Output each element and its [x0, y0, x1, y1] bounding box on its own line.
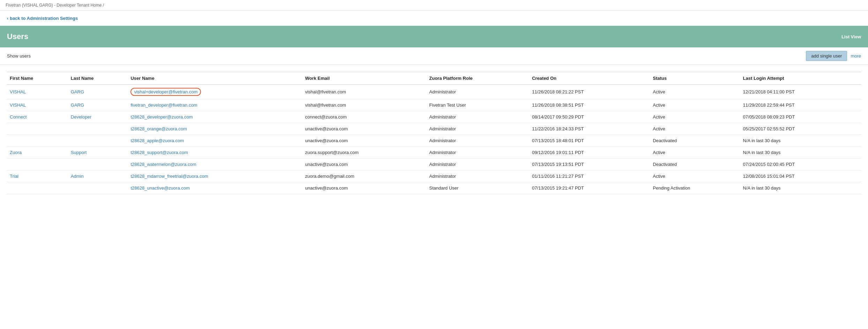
- last-name-cell[interactable]: GARG: [68, 99, 128, 111]
- created-on-cell: 11/26/2018 08:38:51 PST: [529, 99, 650, 111]
- last-name-link[interactable]: Developer: [71, 114, 91, 120]
- work-email-cell: vishal@fivetran.com: [302, 99, 426, 111]
- column-header-last-name: Last Name: [68, 72, 128, 85]
- created-on-cell: 08/14/2017 09:50:29 PDT: [529, 111, 650, 123]
- work-email-cell: zuora.support@zuora.com: [302, 147, 426, 159]
- last-name-cell: [68, 135, 128, 147]
- first-name-cell: [7, 135, 68, 147]
- username-cell[interactable]: vishal+developer@fivetran.com: [128, 85, 302, 99]
- first-name-cell: [7, 182, 68, 194]
- status-cell: Active: [650, 111, 740, 123]
- first-name-cell[interactable]: VISHAL: [7, 99, 68, 111]
- breadcrumb-text: Fivetran (VISHAL GARG) - Developer Tenan…: [6, 3, 104, 8]
- first-name-link[interactable]: Trial: [10, 174, 18, 179]
- first-name-cell: [7, 159, 68, 170]
- first-name-link[interactable]: VISHAL: [10, 89, 26, 94]
- last-name-link[interactable]: GARG: [71, 102, 84, 108]
- work-email-cell: unactive@zuora.com: [302, 182, 426, 194]
- status-cell: Active: [650, 170, 740, 182]
- last-name-cell[interactable]: Developer: [68, 111, 128, 123]
- users-table-container: First NameLast NameUser NameWork EmailZu…: [0, 65, 868, 194]
- back-to-admin-link[interactable]: back to Administration Settings: [7, 16, 78, 21]
- breadcrumb: Fivetran (VISHAL GARG) - Developer Tenan…: [0, 0, 868, 11]
- show-users-label: Show users: [7, 53, 31, 59]
- last-name-cell[interactable]: Admin: [68, 170, 128, 182]
- role-cell: Administrator: [426, 159, 529, 170]
- created-on-cell: 11/26/2018 08:21:22 PST: [529, 85, 650, 99]
- users-banner: Users List View: [0, 26, 868, 47]
- username-cell[interactable]: t28628_developer@zuora.com: [128, 111, 302, 123]
- users-table: First NameLast NameUser NameWork EmailZu…: [7, 72, 861, 194]
- username-cell[interactable]: t28628_watermelon@zuora.com: [128, 159, 302, 170]
- last-login-cell: 05/25/2017 02:55:52 PDT: [740, 123, 861, 135]
- last-name-link[interactable]: Support: [71, 150, 87, 155]
- first-name-cell[interactable]: Trial: [7, 170, 68, 182]
- status-cell: Active: [650, 99, 740, 111]
- created-on-cell: 09/12/2016 19:01:11 PDT: [529, 147, 650, 159]
- table-row: ConnectDevelopert28628_developer@zuora.c…: [7, 111, 861, 123]
- add-single-user-button[interactable]: add single user: [806, 51, 847, 61]
- username-link[interactable]: t28628_mdarrow_freetrial@zuora.com: [130, 174, 208, 179]
- column-header-user-name: User Name: [128, 72, 302, 85]
- role-cell: Standard User: [426, 182, 529, 194]
- role-cell: Administrator: [426, 111, 529, 123]
- table-row: t28628_unactive@zuora.comunactive@zuora.…: [7, 182, 861, 194]
- created-on-cell: 07/13/2015 19:21:47 PDT: [529, 182, 650, 194]
- work-email-cell: unactive@zuora.com: [302, 123, 426, 135]
- role-cell: Administrator: [426, 170, 529, 182]
- username-highlighted[interactable]: vishal+developer@fivetran.com: [130, 88, 201, 96]
- username-link[interactable]: t28628_apple@zuora.com: [130, 138, 184, 143]
- last-login-cell: 07/24/2015 02:00:45 PDT: [740, 159, 861, 170]
- last-login-cell: N/A in last 30 days: [740, 182, 861, 194]
- first-name-link[interactable]: VISHAL: [10, 102, 26, 108]
- status-cell: Active: [650, 85, 740, 99]
- last-name-cell: [68, 123, 128, 135]
- first-name-cell: [7, 123, 68, 135]
- username-cell[interactable]: t28628_mdarrow_freetrial@zuora.com: [128, 170, 302, 182]
- username-link[interactable]: t28628_unactive@zuora.com: [130, 185, 189, 191]
- username-cell[interactable]: t28628_orange@zuora.com: [128, 123, 302, 135]
- table-row: VISHALGARGvishal+developer@fivetran.comv…: [7, 85, 861, 99]
- username-link[interactable]: t28628_developer@zuora.com: [130, 114, 193, 120]
- last-name-link[interactable]: GARG: [71, 89, 84, 94]
- username-cell[interactable]: t28628_apple@zuora.com: [128, 135, 302, 147]
- created-on-cell: 07/13/2015 19:13:51 PDT: [529, 159, 650, 170]
- status-cell: Active: [650, 147, 740, 159]
- username-cell[interactable]: t28628_support@zuora.com: [128, 147, 302, 159]
- username-cell[interactable]: fivetran_developer@fivetran.com: [128, 99, 302, 111]
- username-link[interactable]: fivetran_developer@fivetran.com: [130, 102, 197, 108]
- last-name-cell[interactable]: Support: [68, 147, 128, 159]
- role-cell: Administrator: [426, 147, 529, 159]
- created-on-cell: 01/11/2016 11:21:27 PST: [529, 170, 650, 182]
- username-link[interactable]: t28628_orange@zuora.com: [130, 126, 187, 131]
- role-cell: Administrator: [426, 123, 529, 135]
- last-name-link[interactable]: Admin: [71, 174, 84, 179]
- username-cell[interactable]: t28628_unactive@zuora.com: [128, 182, 302, 194]
- show-users-row: Show users add single user more: [0, 47, 868, 65]
- work-email-cell: vishal@fivetran.com: [302, 85, 426, 99]
- status-cell: Deactivated: [650, 135, 740, 147]
- first-name-link[interactable]: Zuora: [10, 150, 22, 155]
- table-row: TrialAdmint28628_mdarrow_freetrial@zuora…: [7, 170, 861, 182]
- first-name-link[interactable]: Connect: [10, 114, 27, 120]
- last-login-cell: 12/21/2018 04:11:00 PST: [740, 85, 861, 99]
- table-header-row: First NameLast NameUser NameWork EmailZu…: [7, 72, 861, 85]
- created-on-cell: 07/13/2015 18:48:01 PDT: [529, 135, 650, 147]
- work-email-cell: connect@zuora.com: [302, 111, 426, 123]
- column-header-last-login-attempt: Last Login Attempt: [740, 72, 861, 85]
- last-login-cell: N/A in last 30 days: [740, 135, 861, 147]
- first-name-cell[interactable]: VISHAL: [7, 85, 68, 99]
- more-button[interactable]: more: [851, 53, 861, 59]
- username-link[interactable]: t28628_support@zuora.com: [130, 150, 188, 155]
- table-row: t28628_watermelon@zuora.comunactive@zuor…: [7, 159, 861, 170]
- page-title: Users: [7, 32, 28, 41]
- list-view-label: List View: [841, 34, 861, 39]
- first-name-cell[interactable]: Zuora: [7, 147, 68, 159]
- action-buttons: add single user more: [806, 51, 861, 61]
- status-cell: Pending Activation: [650, 182, 740, 194]
- username-link[interactable]: t28628_watermelon@zuora.com: [130, 162, 196, 167]
- first-name-cell[interactable]: Connect: [7, 111, 68, 123]
- last-name-cell[interactable]: GARG: [68, 85, 128, 99]
- last-name-cell: [68, 159, 128, 170]
- role-cell: Administrator: [426, 85, 529, 99]
